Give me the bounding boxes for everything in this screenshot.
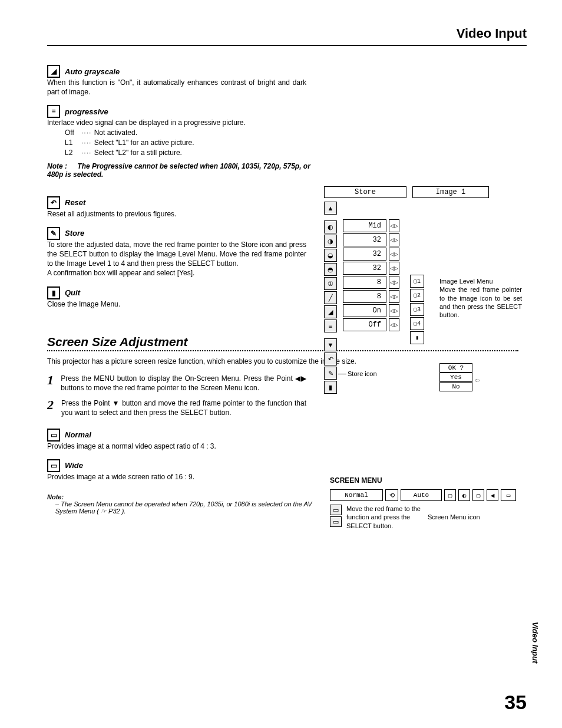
param-value[interactable]: 32 bbox=[343, 262, 386, 275]
osd-param-list: Mid◁▷ 32◁▷ 32◁▷ 32◁▷ 8◁▷ 8◁▷ On◁▷ Off◁▷ bbox=[343, 202, 399, 394]
adjust-arrows-icon[interactable]: ◁▷ bbox=[389, 262, 399, 275]
feature-desc: Reset all adjustments to previous figure… bbox=[47, 209, 306, 219]
adjust-arrows-icon[interactable]: ◁▷ bbox=[389, 248, 399, 261]
feature-desc: Provides image at a normal video aspect … bbox=[47, 442, 306, 451]
param-icon[interactable]: ◒ bbox=[324, 249, 337, 262]
param-icon[interactable]: ◑ bbox=[324, 235, 337, 248]
image-level-4[interactable]: ▢4 bbox=[410, 317, 424, 330]
feature-desc: Provides image at a wide screen ratio of… bbox=[47, 472, 306, 482]
store-icon-callout: Store icon bbox=[348, 370, 377, 377]
osd-left-icons: ▲ ◐ ◑ ◒ ◓ ① ╱ ◢ ≡ ▼ ↶ ✎ ▮ bbox=[324, 202, 337, 394]
feature-desc: Close the Image Menu. bbox=[47, 299, 306, 309]
step-2: 2 Press the Point ▼ button and move the … bbox=[47, 398, 306, 417]
adjust-arrows-icon[interactable]: ◁▷ bbox=[389, 318, 399, 331]
feature-desc: Interlace video signal can be displayed … bbox=[47, 118, 306, 127]
param-value[interactable]: On bbox=[343, 304, 386, 317]
side-tab: Video Input bbox=[531, 622, 540, 663]
feature-desc: To store the adjusted data, move the red… bbox=[47, 240, 306, 269]
feature-normal: ▭ Normal Provides image at a normal vide… bbox=[47, 429, 527, 451]
param-value[interactable]: Off bbox=[343, 318, 386, 331]
step-1: 1 Press the MENU button to display the O… bbox=[47, 374, 306, 393]
step-number: 1 bbox=[47, 374, 54, 393]
feature-title: Wide bbox=[65, 461, 83, 470]
image-level-3[interactable]: ▢3 bbox=[410, 303, 424, 316]
store-icon[interactable]: ✎ bbox=[324, 367, 337, 380]
page-header-title: Video Input bbox=[457, 26, 527, 41]
feature-auto-grayscale: ◢ Auto grayscale When this function is "… bbox=[47, 65, 527, 97]
osd-screen-menu: SCREEN MENU Normal ⟲ Auto ▢ ◐ ▢ ◀ ▭ ▭ ▭ … bbox=[330, 476, 524, 530]
screen-normal-label[interactable]: Normal bbox=[330, 489, 383, 501]
param-icon[interactable]: ◐ bbox=[324, 220, 337, 233]
feature-desc: When this function is "On", it automatic… bbox=[47, 78, 306, 97]
param-value[interactable]: 8 bbox=[343, 276, 386, 289]
confirm-no[interactable]: No bbox=[439, 382, 472, 391]
param-value[interactable]: Mid bbox=[343, 219, 386, 232]
step-text: Press the MENU button to display the On-… bbox=[61, 374, 306, 393]
screen-bar-icon[interactable]: ▭ bbox=[501, 489, 516, 501]
osd-image-adjust: Store Image 1 ▲ ◐ ◑ ◒ ◓ ① ╱ ◢ ≡ ▼ ↶ ✎ ▮ bbox=[324, 186, 524, 394]
auto-grayscale-icon: ◢ bbox=[47, 65, 60, 78]
param-value[interactable]: 8 bbox=[343, 290, 386, 303]
feature-title: Auto grayscale bbox=[65, 67, 120, 76]
feature-title: Normal bbox=[65, 430, 91, 439]
scroll-down-icon[interactable]: ▼ bbox=[324, 338, 337, 351]
feature-title: Reset bbox=[65, 198, 85, 207]
image-level-quit[interactable]: ▮ bbox=[410, 331, 424, 344]
feature-title: progressive bbox=[65, 107, 108, 116]
screen-menu-icon-label: Screen Menu icon bbox=[428, 513, 480, 521]
option-list: Off···· Not activated. L1···· Select "L1… bbox=[65, 128, 527, 159]
feature-progressive: ≡ progressive Interlace video signal can… bbox=[47, 105, 527, 178]
adjust-arrows-icon[interactable]: ◁▷ bbox=[389, 304, 399, 317]
osd-store-label[interactable]: Store bbox=[324, 186, 406, 198]
param-value[interactable]: 32 bbox=[343, 233, 386, 246]
screen-menu-title: SCREEN MENU bbox=[330, 476, 524, 485]
adjust-arrows-icon[interactable]: ◁▷ bbox=[389, 290, 399, 303]
screen-menu-desc: Move the red frame to the function and p… bbox=[346, 505, 423, 530]
feature-title: Quit bbox=[65, 288, 80, 297]
screen-bar-icon[interactable]: ⟲ bbox=[385, 489, 398, 501]
image-level-buttons: ▢1 ▢2 ▢3 ▢4 ▮ bbox=[410, 275, 424, 394]
param-icon[interactable]: ╱ bbox=[324, 291, 337, 304]
store-icon: ✎ bbox=[47, 227, 60, 240]
screen-bar-icon[interactable]: ◐ bbox=[458, 489, 470, 501]
normal-icon: ▭ bbox=[47, 429, 60, 442]
image-level-desc: Image Level Menu Move the red frame poin… bbox=[439, 277, 522, 319]
confirm-question: OK ? bbox=[439, 363, 472, 373]
param-icon[interactable]: ≡ bbox=[324, 319, 337, 332]
confirm-yes[interactable]: Yes bbox=[439, 373, 472, 382]
quit-icon[interactable]: ▮ bbox=[324, 381, 337, 394]
osd-image-label[interactable]: Image 1 bbox=[412, 186, 489, 198]
step-text: Press the Point ▼ button and move the re… bbox=[61, 398, 306, 417]
param-value[interactable]: 32 bbox=[343, 248, 386, 261]
header-rule bbox=[47, 45, 527, 46]
screen-normal-icon[interactable]: ▭ bbox=[330, 505, 342, 515]
screen-bar-icon[interactable]: ▢ bbox=[444, 489, 456, 501]
image-level-1[interactable]: ▢1 bbox=[410, 275, 424, 288]
image-level-2[interactable]: ▢2 bbox=[410, 289, 424, 302]
feature-title: Store bbox=[65, 229, 84, 238]
feature-desc-2: A confirmation box will appear and selec… bbox=[47, 268, 306, 278]
screen-auto-label[interactable]: Auto bbox=[401, 489, 442, 501]
step-number: 2 bbox=[47, 398, 54, 417]
screen-note: Note: – The Screen Menu cannot be operat… bbox=[47, 493, 318, 515]
param-icon[interactable]: ◓ bbox=[324, 263, 337, 276]
param-icon[interactable]: ◢ bbox=[324, 305, 337, 318]
scroll-up-icon[interactable]: ▲ bbox=[324, 202, 337, 215]
wide-icon: ▭ bbox=[47, 459, 60, 472]
confirm-box: OK ? Yes No ⇦ bbox=[439, 363, 472, 391]
screen-bar-icon[interactable]: ▢ bbox=[472, 489, 484, 501]
quit-icon: ▮ bbox=[47, 286, 60, 299]
page-number: 35 bbox=[504, 691, 527, 714]
param-icon[interactable]: ① bbox=[324, 277, 337, 290]
adjust-arrows-icon[interactable]: ◁▷ bbox=[389, 276, 399, 289]
screen-bar-icon[interactable]: ◀ bbox=[487, 489, 498, 501]
progressive-icon: ≡ bbox=[47, 105, 60, 118]
pointer-arrow-icon: ⇦ bbox=[475, 375, 480, 385]
reset-icon[interactable]: ↶ bbox=[324, 353, 337, 365]
reset-icon: ↶ bbox=[47, 196, 60, 209]
adjust-arrows-icon[interactable]: ◁▷ bbox=[389, 219, 399, 232]
screen-wide-icon[interactable]: ▭ bbox=[330, 516, 342, 527]
adjust-arrows-icon[interactable]: ◁▷ bbox=[389, 233, 399, 246]
progressive-note: Note : The Progressive cannot be selecte… bbox=[47, 162, 318, 179]
